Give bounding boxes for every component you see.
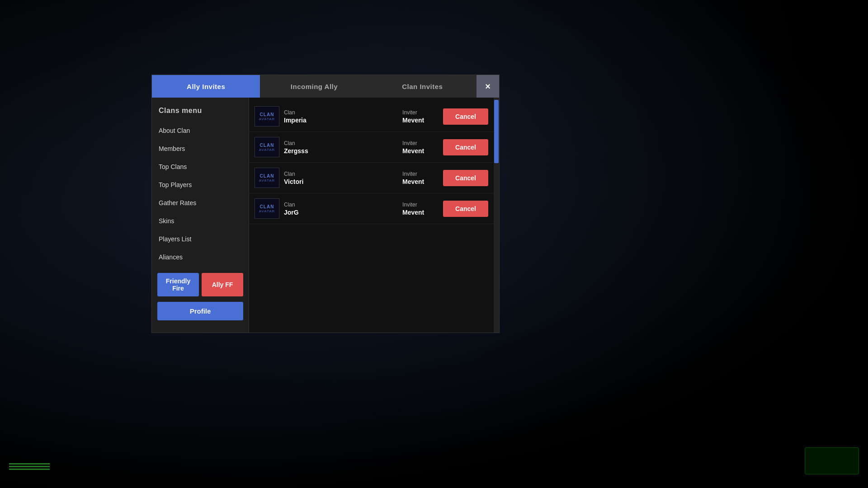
cancel-button-4[interactable]: Cancel bbox=[443, 201, 488, 217]
hud-line-3 bbox=[9, 469, 50, 470]
cancel-button-2[interactable]: Cancel bbox=[443, 139, 488, 155]
inviter-name-1: Mevent bbox=[402, 117, 439, 124]
scrollbar-thumb[interactable] bbox=[494, 100, 499, 163]
inviter-info-3: Inviter Mevent bbox=[402, 171, 439, 185]
clan-avatar-top-4: CLAN bbox=[260, 204, 274, 209]
hud-line-2 bbox=[9, 466, 50, 467]
dialog-body: Clans menu About Clan Members Top Clans … bbox=[152, 98, 499, 333]
inviter-name-4: Mevent bbox=[402, 209, 439, 216]
sidebar-buttons: Friendly Fire Ally FF bbox=[152, 266, 249, 300]
clan-label-2: Clan bbox=[284, 140, 398, 146]
clan-avatar-2: CLAN AVATAR bbox=[255, 137, 279, 157]
bottom-right-hud bbox=[805, 447, 859, 474]
sidebar-item-top-clans[interactable]: Top Clans bbox=[152, 158, 249, 176]
sidebar-item-members[interactable]: Members bbox=[152, 140, 249, 158]
cancel-button-3[interactable]: Cancel bbox=[443, 170, 488, 186]
hud-line-1 bbox=[9, 463, 50, 465]
clan-avatar-top-2: CLAN bbox=[260, 143, 274, 148]
tab-clan-invites[interactable]: Clan Invites bbox=[368, 75, 476, 98]
inviter-name-3: Mevent bbox=[402, 178, 439, 185]
clan-avatar-top-1: CLAN bbox=[260, 112, 274, 117]
clan-avatar-bottom-2: AVATAR bbox=[259, 148, 275, 152]
tab-incoming-ally[interactable]: Incoming Ally bbox=[260, 75, 368, 98]
tab-ally-invites[interactable]: Ally Invites bbox=[152, 75, 260, 98]
clan-avatar-1: CLAN AVATAR bbox=[255, 106, 279, 127]
invite-row: CLAN AVATAR Clan Victori Inviter Mevent … bbox=[249, 163, 494, 193]
clan-info-2: Clan Zergsss bbox=[284, 140, 398, 155]
inviter-label-2: Inviter bbox=[402, 140, 439, 146]
clan-name-3: Victori bbox=[284, 178, 398, 185]
sidebar-item-aliances[interactable]: Aliances bbox=[152, 248, 249, 266]
profile-button[interactable]: Profile bbox=[157, 302, 243, 320]
inviter-name-2: Mevent bbox=[402, 147, 439, 155]
tabs-row: Ally Invites Incoming Ally Clan Invites … bbox=[152, 75, 499, 98]
clan-avatar-bottom-3: AVATAR bbox=[259, 178, 275, 183]
invite-row: CLAN AVATAR Clan Imperia Inviter Mevent … bbox=[249, 101, 494, 132]
cancel-button-1[interactable]: Cancel bbox=[443, 108, 488, 125]
clans-dialog: Ally Invites Incoming Ally Clan Invites … bbox=[151, 75, 500, 333]
sidebar-title: Clans menu bbox=[152, 102, 249, 122]
close-button[interactable]: × bbox=[476, 75, 499, 98]
clan-avatar-3: CLAN AVATAR bbox=[255, 168, 279, 188]
scrollbar-track[interactable] bbox=[494, 98, 499, 333]
sidebar-item-top-players[interactable]: Top Players bbox=[152, 176, 249, 194]
clan-avatar-bottom-1: AVATAR bbox=[259, 117, 275, 121]
sidebar-item-players-list[interactable]: Players List bbox=[152, 230, 249, 248]
invite-list: CLAN AVATAR Clan Imperia Inviter Mevent … bbox=[249, 98, 494, 333]
friendly-fire-button[interactable]: Friendly Fire bbox=[157, 273, 199, 296]
clan-avatar-top-3: CLAN bbox=[260, 174, 274, 178]
invite-row: CLAN AVATAR Clan JorG Inviter Mevent Can… bbox=[249, 193, 494, 224]
clan-label-3: Clan bbox=[284, 171, 398, 177]
clan-label-1: Clan bbox=[284, 109, 398, 116]
sidebar: Clans menu About Clan Members Top Clans … bbox=[152, 98, 249, 333]
sidebar-item-skins[interactable]: Skins bbox=[152, 212, 249, 230]
content-area: CLAN AVATAR Clan Imperia Inviter Mevent … bbox=[249, 98, 499, 333]
clan-info-4: Clan JorG bbox=[284, 202, 398, 216]
clan-name-2: Zergsss bbox=[284, 147, 398, 155]
invite-row: CLAN AVATAR Clan Zergsss Inviter Mevent … bbox=[249, 132, 494, 163]
clan-label-4: Clan bbox=[284, 202, 398, 208]
ally-ff-button[interactable]: Ally FF bbox=[202, 273, 243, 296]
clan-name-4: JorG bbox=[284, 209, 398, 216]
bottom-left-hud bbox=[9, 463, 50, 470]
sidebar-item-gather-rates[interactable]: Gather Rates bbox=[152, 194, 249, 212]
inviter-label-3: Inviter bbox=[402, 171, 439, 177]
inviter-info-2: Inviter Mevent bbox=[402, 140, 439, 155]
clan-name-1: Imperia bbox=[284, 117, 398, 124]
inviter-info-1: Inviter Mevent bbox=[402, 109, 439, 124]
clan-avatar-bottom-4: AVATAR bbox=[259, 209, 275, 213]
inviter-info-4: Inviter Mevent bbox=[402, 202, 439, 216]
inviter-label-1: Inviter bbox=[402, 109, 439, 116]
clan-avatar-4: CLAN AVATAR bbox=[255, 198, 279, 219]
sidebar-item-about-clan[interactable]: About Clan bbox=[152, 122, 249, 140]
clan-info-1: Clan Imperia bbox=[284, 109, 398, 124]
inviter-label-4: Inviter bbox=[402, 202, 439, 208]
clan-info-3: Clan Victori bbox=[284, 171, 398, 185]
